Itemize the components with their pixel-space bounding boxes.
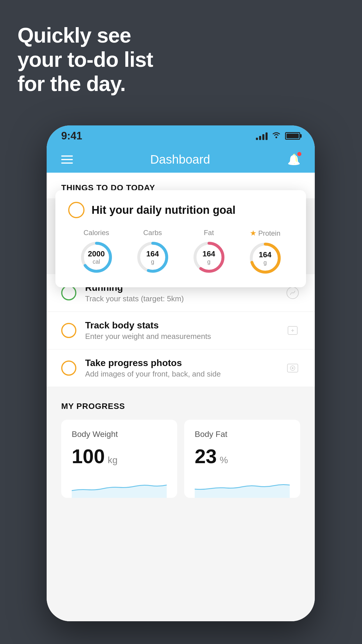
todo-text-body-stats: Track body stats Enter your weight and m…	[85, 320, 285, 341]
wifi-icon	[272, 131, 281, 141]
calories-donut: 2000 cal	[79, 240, 114, 275]
nutrition-card: Hit your daily nutrition goal Calories 2…	[55, 190, 306, 287]
hamburger-line	[61, 159, 73, 160]
phone-mockup: 9:41	[47, 125, 315, 621]
svg-point-0	[275, 136, 277, 138]
body-fat-title: Body Fat	[195, 430, 290, 439]
todo-circle-body-stats	[61, 323, 76, 338]
protein-donut: 164 g	[248, 241, 283, 276]
todo-subtitle-running: Track your stats (target: 5km)	[85, 294, 285, 303]
nutrition-carbs: Carbs 164 g	[135, 229, 170, 275]
body-weight-value-row: 100 kg	[72, 445, 167, 468]
todo-item-photos[interactable]: Take progress photos Add images of your …	[47, 349, 315, 387]
body-fat-number: 23	[195, 445, 217, 468]
carbs-value: 164	[146, 249, 159, 258]
carbs-donut: 164 g	[135, 240, 170, 275]
todo-title-body-stats: Track body stats	[85, 320, 285, 331]
todo-list: Running Track your stats (target: 5km) T…	[47, 274, 315, 387]
body-fat-chart	[195, 475, 290, 498]
hamburger-line	[61, 162, 73, 164]
status-icons	[256, 131, 300, 141]
card-header: Hit your daily nutrition goal	[68, 202, 293, 218]
protein-value: 164	[259, 250, 271, 259]
nav-bar: Dashboard	[47, 146, 315, 173]
todo-circle-photos	[61, 360, 76, 376]
status-bar: 9:41	[47, 125, 315, 146]
scale-icon	[285, 323, 300, 338]
hamburger-line	[61, 155, 73, 157]
todo-check-circle[interactable]	[68, 202, 85, 218]
svg-point-13	[292, 367, 294, 369]
nav-title: Dashboard	[150, 153, 210, 167]
hero-heading: Quickly see your to-do list for the day.	[17, 23, 153, 96]
fat-donut: 164 g	[191, 240, 226, 275]
body-weight-card[interactable]: Body Weight 100 kg	[61, 420, 177, 498]
todo-circle-running	[61, 285, 76, 300]
protein-label: Protein	[258, 229, 280, 237]
calories-label: Calories	[83, 229, 109, 237]
carbs-label: Carbs	[143, 229, 162, 237]
nutrition-fat: Fat 164 g	[191, 229, 226, 275]
photo-icon	[285, 360, 300, 376]
calories-value: 2000	[88, 249, 105, 258]
battery-icon	[285, 132, 300, 140]
body-weight-unit: kg	[108, 455, 117, 466]
hero-line1: Quickly see	[17, 24, 131, 47]
hamburger-menu[interactable]	[61, 155, 73, 164]
fat-unit: g	[203, 258, 215, 265]
nutrition-row: Calories 2000 cal Carbs	[68, 229, 293, 276]
body-weight-chart	[72, 475, 167, 498]
carbs-unit: g	[146, 258, 159, 265]
body-weight-title: Body Weight	[72, 430, 167, 439]
progress-section: MY PROGRESS Body Weight 100 kg	[47, 387, 315, 507]
todo-subtitle-body-stats: Enter your weight and measurements	[85, 332, 285, 341]
hero-line3: for the day.	[17, 72, 126, 95]
todo-text-photos: Take progress photos Add images of your …	[85, 358, 285, 379]
todo-subtitle-photos: Add images of your front, back, and side	[85, 370, 285, 379]
todo-title-photos: Take progress photos	[85, 358, 285, 368]
phone-content: THINGS TO DO TODAY Hit your daily nutrit…	[47, 173, 315, 621]
running-icon	[285, 285, 300, 300]
body-weight-number: 100	[72, 445, 105, 468]
hero-line2: your to-do list	[17, 48, 153, 71]
todo-item-body-stats[interactable]: Track body stats Enter your weight and m…	[47, 312, 315, 349]
star-icon: ★	[250, 229, 256, 238]
nutrition-calories: Calories 2000 cal	[79, 229, 114, 275]
fat-label: Fat	[204, 229, 214, 237]
fat-value: 164	[203, 249, 215, 258]
progress-cards: Body Weight 100 kg Body Fat	[61, 420, 300, 498]
card-title: Hit your daily nutrition goal	[92, 204, 236, 216]
body-fat-card[interactable]: Body Fat 23 %	[184, 420, 300, 498]
progress-title: MY PROGRESS	[61, 402, 300, 411]
signal-icon	[256, 132, 268, 140]
bell-notification-dot	[297, 152, 301, 156]
bell-icon[interactable]	[287, 153, 300, 166]
protein-unit: g	[259, 259, 271, 266]
body-fat-unit: %	[220, 455, 228, 466]
body-fat-value-row: 23 %	[195, 445, 290, 468]
calories-unit: cal	[88, 258, 105, 265]
status-time: 9:41	[61, 130, 82, 142]
nutrition-protein: ★ Protein 164 g	[248, 229, 283, 276]
protein-label-row: ★ Protein	[250, 229, 280, 238]
